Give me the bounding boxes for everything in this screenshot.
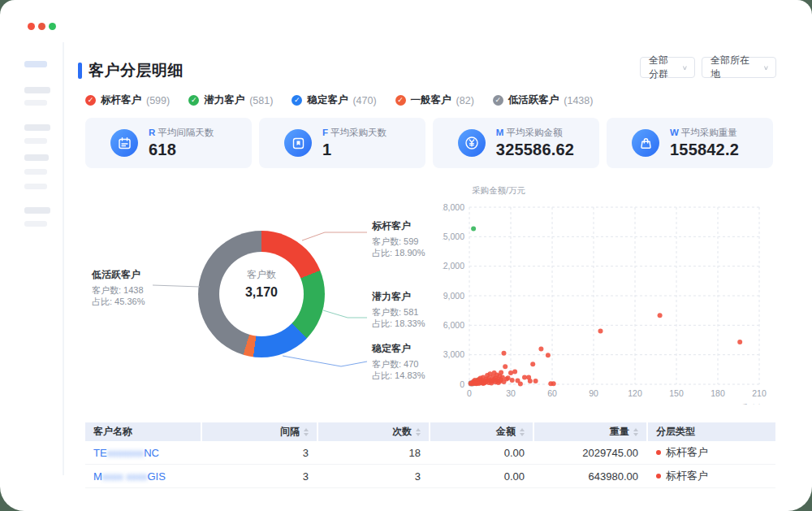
- title-accent-bar: [78, 63, 82, 79]
- sidebar-skeleton-item: [24, 184, 47, 189]
- sidebar-skeleton-item: [24, 207, 50, 214]
- kpi-card-avg-purchase-weight: W平均采购重量 155842.2: [607, 118, 773, 168]
- svg-text:30: 30: [506, 388, 516, 398]
- column-header-weight-sort[interactable]: 重量: [534, 422, 646, 441]
- legend-label: 潜力客户: [204, 93, 244, 107]
- legend-item-low-active[interactable]: ✓ 低活跃客户 (1438): [493, 93, 594, 107]
- svg-text:12,000: 12,000: [443, 261, 464, 271]
- tier-dot-icon: [656, 474, 661, 479]
- kpi-card-avg-purchase-amount: M平均采购金额 325586.62: [433, 118, 599, 168]
- cell-amount: 0.00: [430, 470, 533, 483]
- location-filter-value: 全部所在地: [710, 54, 758, 81]
- shopping-bag-icon: [632, 129, 659, 157]
- legend-item-stable[interactable]: ✓ 稳定客户 (470): [292, 93, 376, 107]
- column-header-customer-name: 客户名称: [85, 422, 201, 441]
- svg-text:采购金额/万元: 采购金额/万元: [472, 185, 525, 195]
- kpi-label: F平均采购天数: [322, 127, 400, 139]
- yuan-coin-icon: [458, 129, 486, 157]
- svg-text:采购频次: 采购频次: [740, 403, 775, 405]
- legend-label: 低活跃客户: [508, 93, 559, 107]
- sort-icon: [304, 428, 309, 436]
- legend-count: (1438): [564, 95, 593, 106]
- kpi-card-avg-interval-days: R平均间隔天数 618: [85, 118, 252, 168]
- zoom-window-button[interactable]: [49, 23, 56, 30]
- table-row[interactable]: Mxxxx xxxxGIS 3 3 0.00 643980.00 标杆客户: [85, 465, 775, 488]
- cell-interval: 3: [202, 447, 317, 459]
- legend-count: (599): [146, 95, 170, 106]
- customer-name-link[interactable]: TExxxxxxxNC: [93, 447, 159, 459]
- sort-icon: [416, 428, 421, 436]
- legend-count: (470): [352, 95, 376, 106]
- svg-text:3,000: 3,000: [443, 349, 464, 359]
- cell-weight: 2029745.00: [534, 447, 646, 459]
- svg-text:0: 0: [460, 379, 464, 389]
- svg-text:18,000: 18,000: [443, 202, 464, 212]
- page-header: 客户分层明细: [78, 60, 184, 81]
- legend-label: 标杆客户: [101, 93, 141, 107]
- svg-text:6,000: 6,000: [443, 320, 464, 330]
- calendar-icon: [110, 129, 138, 157]
- cell-times: 18: [318, 447, 429, 459]
- svg-text:0: 0: [467, 388, 472, 398]
- segment-legend: ✓ 标杆客户 (599) ✓ 潜力客户 (581) ✓ 稳定客户 (470) ✓…: [85, 93, 593, 107]
- group-filter-value: 全部分群: [649, 54, 677, 81]
- sidebar-skeleton-item: [24, 124, 50, 131]
- check-circle-icon: ✓: [85, 95, 96, 106]
- kpi-value: 155842.2: [670, 141, 748, 159]
- minimize-window-button[interactable]: [38, 23, 45, 30]
- customer-name-link[interactable]: Mxxxx xxxxGIS: [93, 470, 166, 483]
- close-window-button[interactable]: [28, 23, 35, 30]
- masked-text: xxxx xxxx: [102, 470, 148, 483]
- check-circle-icon: ✓: [493, 95, 503, 106]
- kpi-label: W平均采购重量: [670, 127, 748, 139]
- sidebar-skeleton-item: [24, 221, 47, 227]
- legend-label: 一般客户: [411, 93, 451, 107]
- column-header-times-sort[interactable]: 次数: [318, 422, 429, 441]
- purchase-frequency-amount-scatter-chart: 030609012015018021003,0006,0009,00012,00…: [443, 184, 780, 405]
- sidebar-skeleton-item: [24, 100, 47, 106]
- customer-table: 客户名称 间隔 次数 金额 重量 分层类型 TExxxxxxxNC 3 18 0…: [85, 422, 775, 488]
- sidebar-skeleton-item: [24, 169, 47, 175]
- column-header-interval-sort[interactable]: 间隔: [202, 422, 317, 441]
- sidebar-skeleton-item: [24, 138, 47, 144]
- cell-times: 3: [318, 470, 429, 483]
- table-row[interactable]: TExxxxxxxNC 3 18 0.00 2029745.00 标杆客户: [85, 441, 775, 465]
- legend-item-potential[interactable]: ✓ 潜力客户 (581): [188, 93, 273, 107]
- svg-text:90: 90: [589, 388, 598, 398]
- sidebar-skeleton-item: [24, 87, 50, 93]
- callout-low-active: 低活跃客户 客户数: 1438 占比: 45.36%: [92, 268, 181, 307]
- sort-icon: [520, 428, 525, 436]
- tier-dot-icon: [656, 450, 661, 455]
- legend-item-general[interactable]: ✓ 一般客户 (82): [395, 93, 474, 107]
- column-header-tier-type: 分层类型: [648, 422, 775, 441]
- tier-badge: 标杆客户: [656, 445, 767, 460]
- cell-weight: 643980.00: [534, 470, 646, 483]
- donut-center-title: 客户数: [198, 268, 325, 282]
- bookmark-icon: [284, 129, 312, 157]
- svg-text:60: 60: [547, 388, 557, 398]
- chevron-down-icon: ∨: [682, 64, 688, 71]
- kpi-cards: R平均间隔天数 618 F平均采购天数 1 M平均采购金额 325586.62: [85, 118, 773, 168]
- column-header-amount-sort[interactable]: 金额: [430, 422, 533, 441]
- group-filter-select[interactable]: 全部分群 ∨: [640, 57, 695, 78]
- legend-count: (581): [249, 95, 273, 106]
- window-controls: [28, 23, 56, 30]
- kpi-card-avg-purchase-days: F平均采购天数 1: [259, 118, 425, 168]
- kpi-value: 618: [149, 141, 227, 159]
- sidebar-divider: [63, 42, 64, 475]
- kpi-label: R平均间隔天数: [149, 127, 227, 139]
- svg-text:180: 180: [710, 388, 725, 398]
- check-circle-icon: ✓: [395, 95, 406, 106]
- chevron-down-icon: ∨: [763, 64, 769, 71]
- check-circle-icon: ✓: [292, 95, 302, 106]
- table-header: 客户名称 间隔 次数 金额 重量 分层类型: [85, 422, 775, 441]
- check-circle-icon: ✓: [188, 95, 199, 106]
- sort-icon: [633, 428, 638, 436]
- app-window: 客户分层明细 全部分群 ∨ 全部所在地 ∨ ✓ 标杆客户 (599) ✓ 潜力客…: [0, 0, 812, 511]
- legend-item-benchmark[interactable]: ✓ 标杆客户 (599): [85, 93, 170, 107]
- masked-text: xxxxxxx: [107, 447, 145, 459]
- legend-label: 稳定客户: [307, 93, 348, 107]
- location-filter-select[interactable]: 全部所在地 ∨: [702, 57, 776, 78]
- donut-center-value: 3,170: [198, 285, 325, 300]
- kpi-value: 325586.62: [496, 141, 574, 159]
